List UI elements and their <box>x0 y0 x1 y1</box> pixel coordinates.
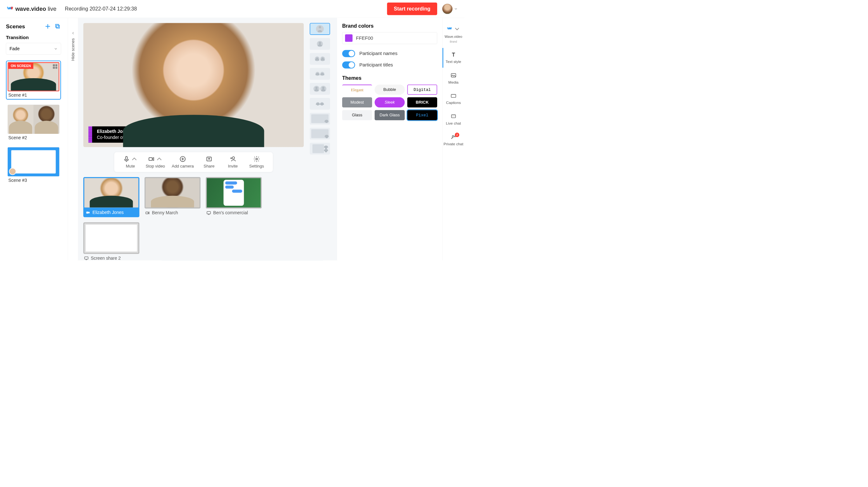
theme-sleek[interactable]: Sleek <box>375 97 404 108</box>
scene-thumbnail <box>8 105 59 134</box>
rail-media[interactable]: Media <box>442 69 465 88</box>
hide-scenes-toggle[interactable]: Hide scenes <box>68 18 78 260</box>
source-thumbnail <box>206 177 262 209</box>
source-item-2[interactable]: Benny March <box>145 177 201 217</box>
scene-card-2[interactable]: Scene #2 <box>6 103 61 142</box>
theme-brick[interactable]: BRICK <box>407 97 437 108</box>
toggle-label: Participant titles <box>359 62 393 68</box>
on-screen-badge: ON SCREEN <box>8 63 33 69</box>
svg-rect-10 <box>85 257 88 259</box>
toggle-participant-names[interactable] <box>342 50 355 57</box>
user-menu[interactable] <box>442 4 458 14</box>
lower-third: Elizabeth Jones Co-founder of Quick Solu… <box>88 126 164 143</box>
settings-button[interactable]: Settings <box>248 155 265 169</box>
scene-card-1[interactable]: ON SCREEN Scene #1 <box>6 60 61 99</box>
wave-icon <box>447 26 453 32</box>
theme-glass[interactable]: Glass <box>342 110 372 120</box>
sources-row: Elizabeth Jones Benny March Ben's commer… <box>83 177 304 261</box>
rail-brand[interactable]: Wave.video Brand <box>442 22 465 48</box>
layout-circle[interactable] <box>310 83 330 95</box>
start-recording-button[interactable]: Start recording <box>387 3 437 15</box>
invite-button[interactable]: Invite <box>224 155 242 169</box>
source-label: Elizabeth Jones <box>92 210 124 215</box>
chevron-down-icon <box>454 7 458 10</box>
source-item-4[interactable]: Screen share 2 <box>83 222 140 260</box>
stop-video-button[interactable]: Stop video <box>146 155 165 169</box>
plus-circle-icon <box>180 155 186 162</box>
theme-bubble[interactable]: Bubble <box>375 85 404 95</box>
main-stage-area: Elizabeth Jones Co-founder of Quick Solu… <box>78 18 337 260</box>
svg-rect-0 <box>57 25 59 28</box>
scene-card-3[interactable]: Scene #3 <box>6 146 61 185</box>
rail-live-chat[interactable]: Live chat <box>442 110 465 129</box>
source-item-3[interactable]: Ben's commercial <box>206 177 262 217</box>
layout-screen-two[interactable] <box>310 143 330 154</box>
share-button[interactable]: Share <box>200 155 218 169</box>
chevron-left-icon <box>71 31 75 35</box>
notification-badge: 2 <box>455 132 459 137</box>
properties-panel: Brand colors FFEF00 Participant names Pa… <box>337 18 442 260</box>
source-thumbnail <box>145 177 201 209</box>
captions-icon <box>450 93 456 99</box>
logo-text: wave.video live <box>15 5 56 12</box>
layout-single[interactable] <box>310 23 330 35</box>
svg-rect-9 <box>207 211 210 214</box>
layout-screen-side[interactable] <box>310 128 330 140</box>
source-thumbnail <box>83 222 140 254</box>
toggle-participant-titles[interactable] <box>342 61 355 68</box>
drag-handle-icon[interactable] <box>53 64 57 69</box>
brand-colors-title: Brand colors <box>342 23 437 29</box>
user-avatar <box>442 4 453 14</box>
mute-button[interactable]: Mute <box>122 155 139 169</box>
transition-selected: Fade <box>9 46 20 52</box>
source-item-1[interactable]: Elizabeth Jones <box>83 177 140 217</box>
layout-full[interactable] <box>310 38 330 50</box>
layout-two-h[interactable] <box>310 53 330 64</box>
rail-private-chat[interactable]: Private chat 2 <box>442 130 465 150</box>
hide-scenes-label: Hide scenes <box>70 38 75 61</box>
camera-icon <box>148 155 155 162</box>
layout-screen-pip[interactable] <box>310 113 330 125</box>
color-value: FFEF00 <box>356 35 373 41</box>
logo[interactable]: wave.video live <box>7 5 56 12</box>
toggle-label: Participant names <box>359 51 398 56</box>
source-label: Benny March <box>152 210 178 215</box>
theme-elegant[interactable]: Elegant <box>342 85 372 95</box>
rail-captions[interactable]: Captions <box>442 89 465 109</box>
layout-chooser <box>308 23 332 255</box>
source-label: Screen share 2 <box>91 255 121 261</box>
svg-rect-7 <box>86 211 89 213</box>
scene-thumbnail: ON SCREEN <box>8 62 59 91</box>
microphone-icon <box>123 155 130 162</box>
nav-rail: Wave.video Brand Text style Media Captio… <box>442 18 465 260</box>
layout-two-v[interactable] <box>310 68 330 80</box>
theme-digital[interactable]: Digital <box>407 85 437 95</box>
chevron-down-icon <box>454 26 460 32</box>
participant-name: Elizabeth Jones <box>97 129 156 134</box>
transition-label: Transition <box>6 35 61 40</box>
chevron-up-icon <box>156 155 162 162</box>
svg-point-14 <box>452 135 454 137</box>
add-camera-button[interactable]: Add camera <box>172 155 194 169</box>
theme-dark-glass[interactable]: Dark Glass <box>375 110 404 120</box>
rail-text-style[interactable]: Text style <box>442 48 465 68</box>
color-input[interactable]: FFEF00 <box>342 32 437 44</box>
image-icon <box>450 72 456 78</box>
add-scene-button[interactable] <box>44 23 51 30</box>
layout-strip[interactable] <box>310 98 330 110</box>
theme-pixel[interactable]: Pixel <box>407 110 437 120</box>
chat-icon <box>450 114 456 120</box>
themes-title: Themes <box>342 75 437 81</box>
camera-icon <box>86 210 91 215</box>
theme-modest[interactable]: Modest <box>342 97 372 108</box>
transition-select[interactable]: Fade <box>6 43 61 55</box>
svg-rect-1 <box>56 25 58 27</box>
wave-logo-icon <box>7 5 13 12</box>
invite-icon <box>229 155 236 162</box>
chevron-up-icon <box>131 155 137 162</box>
scene-thumbnail <box>8 147 59 176</box>
duplicate-scene-button[interactable] <box>54 23 61 30</box>
live-stage: Elizabeth Jones Co-founder of Quick Solu… <box>83 23 304 147</box>
svg-point-6 <box>256 158 257 159</box>
svg-rect-8 <box>146 212 148 214</box>
